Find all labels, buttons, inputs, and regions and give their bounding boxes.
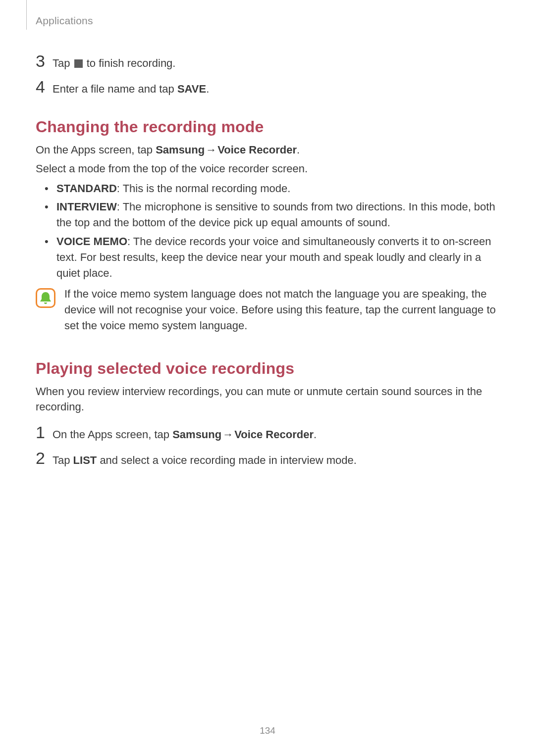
section-header: Applications <box>36 15 93 27</box>
step-number: 4 <box>36 78 53 95</box>
step-body: Tap to finish recording. <box>53 55 499 71</box>
list-item: STANDARD: This is the normal recording m… <box>56 181 499 197</box>
step-number: 2 <box>36 450 53 466</box>
step-body: On the Apps screen, tap Samsung→Voice Re… <box>53 427 499 443</box>
mode-list: STANDARD: This is the normal recording m… <box>36 181 499 281</box>
step-number: 1 <box>36 424 53 441</box>
list-item: INTERVIEW: The microphone is sensitive t… <box>56 199 499 231</box>
bold-text: VOICE MEMO <box>56 235 127 248</box>
bold-text: SAVE <box>177 83 206 95</box>
bold-text: Samsung <box>156 144 205 156</box>
arrow-icon: → <box>206 142 216 158</box>
bold-text: INTERVIEW <box>56 201 117 213</box>
step-1: 1 On the Apps screen, tap Samsung→Voice … <box>36 424 499 443</box>
bold-text: Voice Recorder <box>234 428 314 441</box>
bold-text: LIST <box>73 454 97 466</box>
list-item: VOICE MEMO: The device records your voic… <box>56 234 499 281</box>
paragraph: When you review interview recordings, yo… <box>36 384 499 415</box>
paragraph: On the Apps screen, tap Samsung→Voice Re… <box>36 142 499 158</box>
step-body: Enter a file name and tap SAVE. <box>53 81 499 97</box>
step-number: 3 <box>36 52 53 69</box>
content: 3 Tap to finish recording. 4 Enter a fil… <box>36 46 499 470</box>
note: If the voice memo system language does n… <box>36 286 499 334</box>
bold-text: Samsung <box>172 428 221 441</box>
note-body: If the voice memo system language does n… <box>64 286 499 334</box>
step-2: 2 Tap LIST and select a voice recording … <box>36 450 499 468</box>
page: Applications 3 Tap to finish recording. … <box>0 0 535 756</box>
step-4: 4 Enter a file name and tap SAVE. <box>36 78 499 97</box>
page-number: 134 <box>0 725 535 736</box>
bold-text: Voice Recorder <box>217 144 297 156</box>
heading-playing: Playing selected voice recordings <box>36 359 499 378</box>
step-body: Tap LIST and select a voice recording ma… <box>53 453 499 468</box>
paragraph: Select a mode from the top of the voice … <box>36 161 499 177</box>
stop-icon <box>74 59 83 68</box>
header-rule <box>26 0 27 30</box>
step-3: 3 Tap to finish recording. <box>36 52 499 71</box>
bold-text: STANDARD <box>56 182 117 195</box>
arrow-icon: → <box>222 427 233 443</box>
heading-changing-mode: Changing the recording mode <box>36 118 499 136</box>
bell-icon <box>36 288 55 308</box>
